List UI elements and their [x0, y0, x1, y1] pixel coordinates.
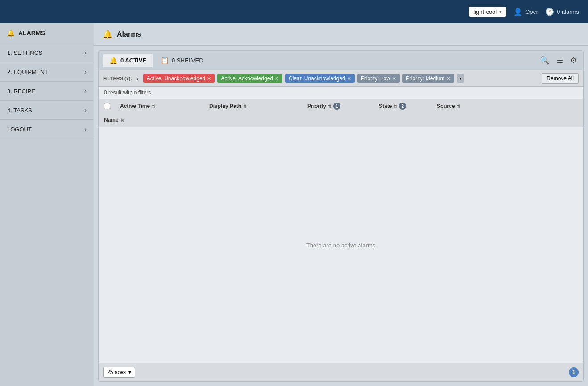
archive-icon: 📋: [161, 57, 169, 65]
th-state[interactable]: State ⇅ 2: [374, 99, 432, 113]
content-area: 🔔 Alarms 🔔 0 ACTIVE 📋 0 SHELVED 🔍 ⚌: [94, 23, 588, 386]
select-all-checkbox[interactable]: [104, 103, 110, 109]
theme-label: light-cool: [473, 8, 497, 15]
chevron-right-icon-settings: ›: [84, 49, 87, 56]
bell-icon: 🔔: [109, 57, 118, 65]
sidebar-item-label-recipe: 3. RECIPE: [7, 88, 35, 94]
sidebar-title: ALARMS: [18, 29, 45, 37]
filter-chip-1-label: Active, Unacknowledged: [147, 75, 205, 82]
th-priority[interactable]: Priority ⇅ 1: [303, 99, 374, 113]
filter-chip-2-close[interactable]: ✕: [275, 76, 279, 82]
state-badge: 2: [399, 103, 406, 110]
filter-button[interactable]: ⚌: [555, 54, 565, 67]
search-button[interactable]: 🔍: [538, 54, 551, 67]
sidebar-item-label-tasks: 4. TASKS: [7, 107, 32, 114]
settings-button[interactable]: ⚙: [568, 54, 579, 67]
rows-per-page-label: 25 rows: [107, 369, 126, 375]
tab-shelved[interactable]: 📋 0 SHELVED: [154, 54, 210, 67]
empty-message: There are no active alarms: [298, 233, 385, 258]
sidebar-item-logout[interactable]: LOGOUT ›: [0, 120, 94, 139]
sidebar-item-settings[interactable]: 1. SETTINGS ›: [0, 43, 94, 62]
th-name-label: Name: [104, 117, 119, 123]
th-active-time-label: Active Time: [120, 103, 150, 109]
filter-chip-1-close[interactable]: ✕: [207, 76, 211, 82]
th-priority-label: Priority: [307, 103, 326, 109]
theme-chevron-icon: ▾: [499, 9, 502, 15]
tab-active[interactable]: 🔔 0 ACTIVE: [103, 54, 153, 67]
page-number-badge[interactable]: 1: [569, 367, 579, 377]
sidebar-item-label-logout: LOGOUT: [7, 126, 32, 133]
chevron-right-icon-recipe: ›: [84, 87, 87, 94]
content-header: 🔔 Alarms: [94, 23, 588, 46]
user-label: Oper: [525, 8, 538, 15]
panel-footer: 25 rows ▾ 1: [99, 363, 583, 381]
sidebar-item-label-settings: 1. SETTINGS: [7, 49, 42, 56]
rows-chevron-icon: ▾: [128, 369, 131, 375]
filter-chip-4: Priority: Low ✕: [357, 74, 400, 83]
filter-chip-2: Active, Acknowledged ✕: [217, 74, 282, 83]
top-bar: light-cool ▾ 👤 Oper 🕐 0 alarms: [0, 0, 588, 23]
sidebar-alarm-icon: 🔔: [7, 29, 15, 37]
filter-chip-3-label: Clear, Unacknowledged: [289, 75, 345, 82]
sort-icon-name: ⇅: [120, 118, 124, 123]
sort-icon-source: ⇅: [457, 104, 460, 109]
th-active-time[interactable]: Active Time ⇅: [116, 99, 205, 113]
filters-row: FILTERS (7): ‹ Active, Unacknowledged ✕ …: [99, 70, 583, 87]
theme-selector[interactable]: light-cool ▾: [469, 7, 506, 17]
tab-active-label: 0 ACTIVE: [120, 57, 146, 64]
th-display-path-label: Display Path: [209, 103, 241, 109]
sidebar-item-label-equipment: 2. EQUIPMENT: [7, 69, 48, 75]
content-title: Alarms: [117, 30, 141, 38]
tab-actions: 🔍 ⚌ ⚙: [538, 54, 579, 67]
alarm-panel: 🔔 0 ACTIVE 📋 0 SHELVED 🔍 ⚌ ⚙ FILTERS (7)…: [98, 50, 584, 382]
clock-icon: 🕐: [545, 8, 554, 16]
alarms-count-label: 0 alarms: [557, 8, 579, 15]
chevron-right-icon-tasks: ›: [84, 107, 87, 114]
chevron-right-icon-logout: ›: [84, 126, 87, 133]
main-layout: 🔔 ALARMS 1. SETTINGS › 2. EQUIPMENT › 3.…: [0, 23, 588, 386]
th-name[interactable]: Name ⇅: [99, 113, 116, 127]
th-display-path[interactable]: Display Path ⇅: [205, 99, 303, 113]
chevron-right-icon-equipment: ›: [84, 68, 87, 75]
th-checkbox[interactable]: [99, 99, 116, 113]
table-body: There are no active alarms: [99, 127, 583, 363]
remove-all-button[interactable]: Remove All: [542, 73, 579, 84]
filter-nav-left[interactable]: ‹: [135, 74, 141, 83]
sidebar-item-equipment[interactable]: 2. EQUIPMENT ›: [0, 62, 94, 82]
filter-chip-5-close[interactable]: ✕: [447, 76, 451, 82]
user-display: 👤 Oper: [513, 8, 538, 16]
filter-chip-3: Clear, Unacknowledged ✕: [285, 74, 355, 83]
sort-icon-display-path: ⇅: [243, 104, 247, 109]
rows-per-page-selector[interactable]: 25 rows ▾: [103, 367, 135, 378]
alarms-display: 🕐 0 alarms: [545, 8, 579, 16]
th-source-label: Source: [437, 103, 455, 109]
sidebar-item-tasks[interactable]: 4. TASKS ›: [0, 101, 94, 120]
tab-row: 🔔 0 ACTIVE 📋 0 SHELVED 🔍 ⚌ ⚙: [99, 51, 583, 70]
sort-icon-priority: ⇅: [328, 104, 331, 109]
sidebar-item-recipe[interactable]: 3. RECIPE ›: [0, 82, 94, 101]
priority-badge: 1: [333, 103, 340, 110]
content-alarm-icon: 🔔: [103, 29, 112, 39]
sort-icon-state: ⇅: [393, 104, 397, 109]
filter-chip-3-close[interactable]: ✕: [347, 76, 351, 82]
tab-shelved-label: 0 SHELVED: [172, 57, 203, 64]
th-state-label: State: [379, 103, 392, 109]
filter-chip-4-close[interactable]: ✕: [392, 76, 396, 82]
sidebar: 🔔 ALARMS 1. SETTINGS › 2. EQUIPMENT › 3.…: [0, 23, 94, 386]
filter-chip-4-label: Priority: Low: [361, 75, 390, 82]
filter-chip-5: Priority: Medium ✕: [402, 74, 454, 83]
sort-icon-active-time: ⇅: [152, 104, 155, 109]
th-source[interactable]: Source ⇅: [432, 99, 582, 113]
results-count: 0 result within filters: [99, 87, 583, 99]
filter-chip-5-label: Priority: Medium: [406, 75, 445, 82]
filters-label: FILTERS (7):: [103, 76, 132, 81]
results-text: 0 result within filters: [104, 90, 151, 96]
user-icon: 👤: [513, 8, 522, 16]
filter-nav-right[interactable]: ›: [457, 74, 464, 83]
sidebar-header: 🔔 ALARMS: [0, 23, 94, 43]
table-header: Active Time ⇅ Display Path ⇅ Priority ⇅ …: [99, 99, 583, 127]
filter-chip-1: Active, Unacknowledged ✕: [143, 74, 215, 83]
filter-chip-2-label: Active, Acknowledged: [221, 75, 273, 82]
